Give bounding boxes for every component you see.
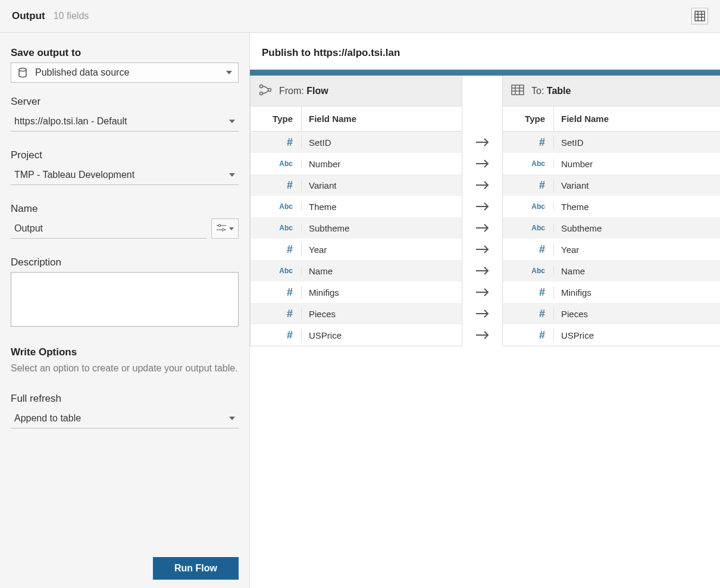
description-label: Description (11, 257, 239, 268)
arrow-right-icon (462, 132, 502, 153)
arrow-right-icon (462, 217, 502, 239)
table-row[interactable]: #SetID (503, 132, 720, 153)
run-flow-button[interactable]: Run Flow (153, 557, 239, 580)
chevron-down-icon (229, 227, 234, 230)
chevron-down-icon (229, 417, 235, 420)
fields-count: 10 fields (54, 11, 89, 21)
table-row[interactable]: #Variant (503, 174, 720, 196)
table-row[interactable]: #SetID (251, 132, 462, 153)
write-options-label: Write Options (11, 346, 239, 358)
svg-point-9 (222, 229, 224, 231)
project-dropdown[interactable]: TMP - Tableau Development (11, 165, 239, 185)
table-row[interactable]: AbcNumber (503, 153, 720, 174)
name-settings-button[interactable] (211, 218, 239, 239)
publish-pane: Publish to https://alpo.tsi.lan From: Fl… (250, 33, 720, 588)
name-value: Output (14, 223, 43, 234)
type-header-from: Type (251, 107, 302, 131)
arrow-right-icon (462, 324, 502, 346)
table-row[interactable]: #USPrice (251, 324, 462, 346)
mapping-arrows (462, 76, 502, 346)
server-value: https://alpo.tsi.lan - Default (14, 116, 127, 127)
output-header: Output 10 fields (0, 0, 720, 33)
from-prefix: From: (279, 86, 304, 96)
write-options-hint: Select an option to create or update you… (11, 362, 239, 375)
table-row[interactable]: #Year (503, 239, 720, 260)
table-row[interactable]: AbcNumber (251, 153, 462, 174)
project-value: TMP - Tableau Development (14, 170, 134, 180)
to-column: To: Table Type Field Name #SetIDAbcNumbe… (502, 76, 720, 346)
publish-title: Publish to https://alpo.tsi.lan (250, 47, 720, 59)
name-label: Name (11, 203, 239, 215)
svg-point-11 (260, 92, 263, 95)
table-row[interactable]: #USPrice (503, 324, 720, 346)
refresh-label: Full refresh (11, 393, 239, 405)
refresh-dropdown[interactable]: Append to table (11, 408, 239, 429)
arrow-right-icon (462, 174, 502, 196)
save-output-value: Published data source (35, 67, 226, 78)
chevron-down-icon (226, 71, 232, 74)
to-prefix: To: (531, 86, 544, 96)
table-row[interactable]: #Variant (251, 174, 462, 196)
chevron-down-icon (229, 173, 235, 177)
arrow-right-icon (462, 303, 502, 324)
fieldname-header-to: Field Name (554, 107, 720, 131)
table-row[interactable]: AbcName (251, 260, 462, 282)
table-row[interactable]: AbcTheme (503, 196, 720, 217)
save-output-label: Save output to (11, 47, 239, 59)
table-icon (511, 85, 524, 98)
table-row[interactable]: #Pieces (503, 303, 720, 324)
table-row[interactable]: AbcSubtheme (503, 217, 720, 239)
table-row[interactable]: #Minifigs (251, 282, 462, 303)
svg-rect-23 (512, 85, 524, 95)
table-row[interactable]: AbcName (503, 260, 720, 282)
table-row[interactable]: AbcTheme (251, 196, 462, 217)
type-header-to: Type (503, 107, 554, 131)
settings-pane: Save output to Published data source Ser… (0, 33, 250, 588)
table-row[interactable]: AbcSubtheme (251, 217, 462, 239)
description-textarea[interactable] (11, 272, 239, 327)
flow-icon (259, 84, 272, 98)
table-row[interactable]: #Pieces (251, 303, 462, 324)
name-input[interactable]: Output (11, 218, 206, 239)
arrow-right-icon (462, 282, 502, 303)
from-value: Flow (306, 86, 328, 96)
table-view-icon[interactable] (691, 8, 708, 24)
svg-point-10 (260, 85, 263, 87)
refresh-value: Append to table (14, 413, 81, 424)
server-label: Server (11, 96, 239, 108)
arrow-right-icon (462, 196, 502, 217)
svg-rect-0 (695, 11, 705, 21)
database-icon (17, 67, 28, 78)
arrow-right-icon (462, 260, 502, 282)
svg-point-7 (218, 224, 221, 227)
arrow-right-icon (462, 239, 502, 260)
fieldname-header-from: Field Name (302, 107, 462, 131)
arrow-right-icon (462, 153, 502, 174)
svg-point-5 (19, 68, 26, 71)
table-row[interactable]: #Year (251, 239, 462, 260)
project-label: Project (11, 149, 239, 161)
chevron-down-icon (229, 120, 235, 123)
from-column: From: Flow Type Field Name #SetIDAbcNumb… (250, 76, 462, 346)
sliders-icon (216, 224, 227, 234)
table-row[interactable]: #Minifigs (503, 282, 720, 303)
to-value: Table (547, 86, 571, 96)
publish-accent-bar (250, 70, 720, 76)
save-output-dropdown[interactable]: Published data source (11, 62, 239, 83)
page-title: Output (12, 10, 45, 22)
server-dropdown[interactable]: https://alpo.tsi.lan - Default (11, 111, 239, 132)
